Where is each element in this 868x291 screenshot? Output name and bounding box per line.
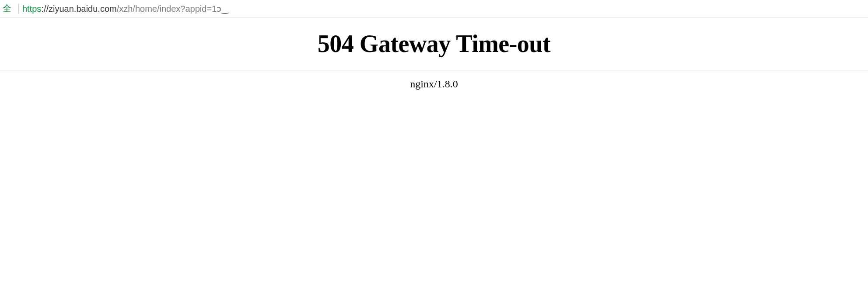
section-divider [0, 70, 868, 70]
url-display[interactable]: https://ziyuan.baidu.com/xzh/home/index?… [22, 3, 228, 14]
address-bar[interactable]: 全 https://ziyuan.baidu.com/xzh/home/inde… [0, 0, 868, 17]
address-divider [18, 4, 19, 14]
server-info: nginx/1.8.0 [0, 78, 868, 90]
url-path: /xzh/home/index?appid=1ɔ‿ [117, 4, 229, 14]
url-scheme: https [22, 4, 41, 14]
url-host: ://ziyuan.baidu.com [41, 4, 116, 14]
secure-indicator-label: 全 [2, 3, 11, 14]
error-title: 504 Gateway Time-out [0, 30, 868, 58]
page-content: 504 Gateway Time-out nginx/1.8.0 [0, 17, 868, 90]
